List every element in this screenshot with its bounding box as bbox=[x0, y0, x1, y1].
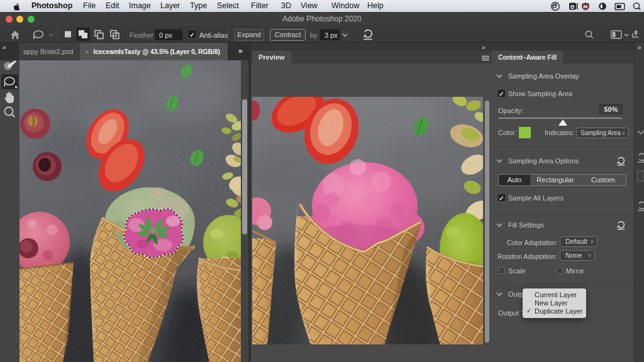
svg-text:M: M bbox=[584, 4, 588, 9]
svg-text:B: B bbox=[570, 4, 575, 10]
